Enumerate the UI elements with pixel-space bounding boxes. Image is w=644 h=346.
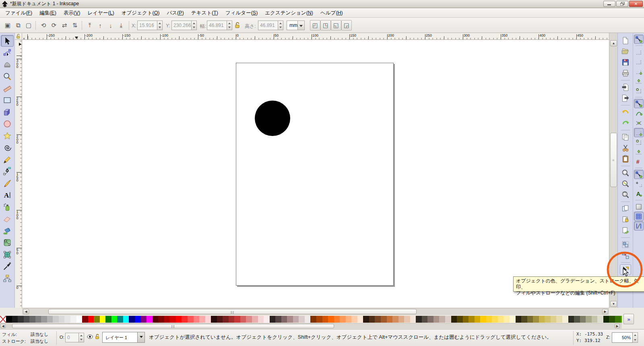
- tool-3d-box[interactable]: [1, 106, 14, 118]
- y-field[interactable]: 230.266: [171, 21, 192, 30]
- restore-button[interactable]: [616, 1, 628, 7]
- palette-scroll-thumb[interactable]: ‖‖: [12, 324, 334, 328]
- palette-swatch[interactable]: [516, 316, 522, 323]
- palette-swatch[interactable]: [322, 316, 328, 323]
- tool-selector[interactable]: [1, 35, 14, 47]
- vertical-ruler[interactable]: 300250200150100500: [15, 40, 22, 308]
- palette-swatch[interactable]: [234, 316, 240, 323]
- lower-button[interactable]: ↓: [105, 20, 116, 31]
- tool-measure[interactable]: [1, 82, 14, 94]
- palette-swatch[interactable]: [147, 316, 153, 323]
- palette-swatch[interactable]: [551, 316, 557, 323]
- palette-swatch[interactable]: [357, 316, 363, 323]
- vertical-scrollbar[interactable]: ▲ ≡ ▼: [609, 33, 617, 308]
- tool-spiral[interactable]: [1, 142, 14, 154]
- snap-bbox-edge-midpoints-toggle[interactable]: [634, 76, 644, 86]
- snap-others-toggle[interactable]: #: [634, 157, 644, 166]
- undo-button[interactable]: [620, 107, 631, 117]
- save-button[interactable]: [620, 57, 631, 68]
- palette-swatch[interactable]: [182, 316, 188, 323]
- palette-swatch[interactable]: [199, 316, 205, 323]
- export-button[interactable]: [620, 93, 631, 103]
- snap-smooth-nodes-toggle[interactable]: [634, 138, 644, 147]
- palette-swatch[interactable]: [469, 316, 475, 323]
- palette-swatch[interactable]: [47, 316, 53, 323]
- palette-swatch[interactable]: [82, 316, 88, 323]
- menu-ヘルプ[interactable]: ヘルプ(H): [317, 8, 347, 18]
- palette-swatch[interactable]: [164, 316, 170, 323]
- snap-bbox-edges-toggle[interactable]: [634, 57, 644, 66]
- palette-swatch[interactable]: [346, 316, 352, 323]
- palette-swatch[interactable]: [59, 316, 65, 323]
- palette-swatch[interactable]: [70, 316, 76, 323]
- opacity-spinner[interactable]: [79, 333, 84, 342]
- palette-swatch[interactable]: [381, 316, 387, 323]
- snap-enabled-toggle[interactable]: [634, 35, 644, 44]
- palette-swatch[interactable]: [41, 316, 47, 323]
- horizontal-ruler[interactable]: -250-200-150-100-50050100150200250300350…: [22, 33, 609, 40]
- hscroll-thumb[interactable]: ‖‖: [48, 309, 417, 314]
- palette-swatch[interactable]: [463, 316, 469, 323]
- palette-swatch[interactable]: [416, 316, 422, 323]
- menu-パス[interactable]: パス(P): [163, 8, 188, 18]
- menu-編集[interactable]: 編集(E): [36, 8, 60, 18]
- palette-swatch[interactable]: [94, 316, 100, 323]
- scroll-left-button[interactable]: ◀: [23, 309, 29, 314]
- palette-swatch[interactable]: [586, 316, 592, 323]
- snap-cusp-nodes-toggle[interactable]: [634, 128, 644, 137]
- palette-swatch[interactable]: [433, 316, 440, 323]
- tool-gradient[interactable]: [1, 237, 14, 249]
- cut-button[interactable]: [620, 143, 631, 153]
- height-field[interactable]: 46.891: [258, 21, 278, 30]
- redo-button[interactable]: [620, 118, 631, 128]
- palette-swatch[interactable]: [117, 316, 123, 323]
- palette-swatch[interactable]: [527, 316, 533, 323]
- tool-mesh[interactable]: [1, 249, 14, 260]
- tool-rectangle[interactable]: [1, 95, 14, 106]
- palette-swatch[interactable]: [24, 316, 30, 323]
- snap-rotation-centers-toggle[interactable]: [634, 179, 644, 189]
- select-all-button[interactable]: ▣: [2, 20, 13, 31]
- palette-swatch[interactable]: [141, 316, 147, 323]
- close-button[interactable]: ✕: [629, 1, 643, 7]
- duplicate-button[interactable]: [620, 204, 631, 214]
- scroll-right-button[interactable]: ▶: [602, 309, 608, 314]
- palette-swatch[interactable]: [223, 316, 229, 323]
- palette-swatch[interactable]: [521, 316, 527, 323]
- scroll-down-button[interactable]: ▼: [610, 301, 617, 307]
- scale-stroke-toggle[interactable]: ◰: [310, 20, 320, 31]
- palette-swatch[interactable]: [281, 316, 287, 323]
- layer-visibility-icon[interactable]: [87, 334, 93, 340]
- tool-dropper[interactable]: [1, 261, 14, 272]
- menu-エクステンション[interactable]: エクステンション(N): [261, 8, 317, 18]
- palette-scrollbar[interactable]: ◀ ‖‖ ▶: [0, 323, 622, 329]
- zoom-spinner[interactable]: [633, 332, 638, 343]
- scale-corners-toggle[interactable]: ◳: [320, 20, 331, 31]
- x-field[interactable]: 15.916: [137, 21, 157, 30]
- palette-swatch[interactable]: [439, 316, 445, 323]
- palette-swatch[interactable]: [299, 316, 305, 323]
- select-all-layers-button[interactable]: ⧉: [13, 20, 23, 31]
- palette-swatch[interactable]: [111, 316, 118, 323]
- tool-connector[interactable]: [1, 272, 14, 284]
- palette-swatch[interactable]: [545, 316, 551, 323]
- tool-ellipse[interactable]: [1, 118, 14, 130]
- palette-swatch[interactable]: [287, 316, 293, 323]
- horizontal-scrollbar[interactable]: ◀ ‖‖ ▶: [22, 308, 609, 315]
- paste-button[interactable]: [620, 154, 631, 164]
- lower-to-bottom-button[interactable]: ⤓: [116, 20, 126, 31]
- palette-swatch[interactable]: [194, 316, 200, 323]
- lock-ratio-icon[interactable]: [235, 22, 240, 30]
- snap-object-centers-toggle[interactable]: [634, 170, 644, 179]
- layer-select-arrow[interactable]: [138, 332, 145, 343]
- palette-swatch[interactable]: [275, 316, 281, 323]
- zoom-selection-button[interactable]: [620, 168, 631, 178]
- tool-eraser[interactable]: [1, 213, 14, 225]
- snap-paths-toggle[interactable]: [634, 109, 644, 118]
- tool-spray[interactable]: [1, 201, 14, 213]
- menu-フィルター[interactable]: フィルター(S): [222, 8, 261, 18]
- unlink-clone-button[interactable]: [620, 225, 631, 236]
- snap-line-midpoints-toggle[interactable]: [634, 147, 644, 157]
- palette-swatch[interactable]: [310, 316, 316, 323]
- palette-swatch[interactable]: [451, 316, 457, 323]
